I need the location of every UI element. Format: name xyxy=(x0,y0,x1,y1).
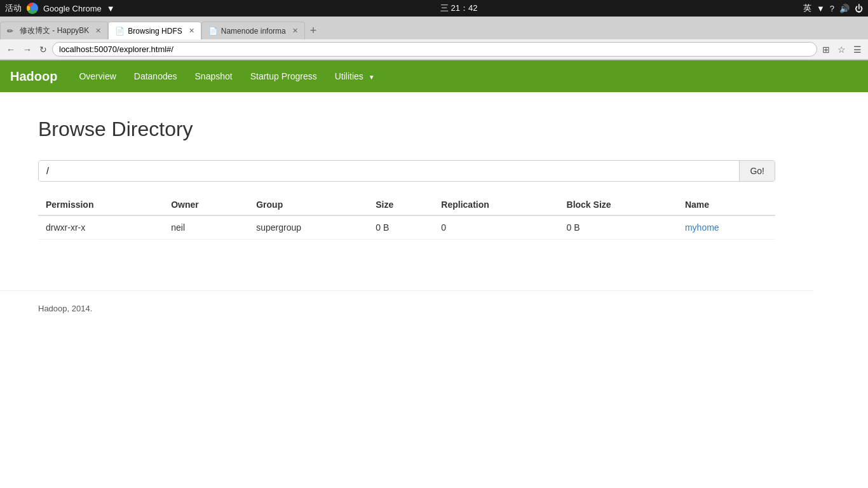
col-replication: Replication xyxy=(433,194,559,215)
cast-button[interactable]: ⊞ xyxy=(820,43,832,56)
directory-table: Permission Owner Group Size Replication … xyxy=(38,194,775,240)
nav-utilities[interactable]: Utilities ▼ xyxy=(326,62,384,91)
os-help-icon: ? xyxy=(830,4,834,13)
os-time: 三 21：42 xyxy=(440,3,478,14)
name-link-myhome[interactable]: myhome xyxy=(685,222,719,233)
tab-close-hdfs[interactable]: ✕ xyxy=(189,27,194,35)
nav-snapshot[interactable]: Snapshot xyxy=(186,62,241,91)
table-header: Permission Owner Group Size Replication … xyxy=(38,194,775,215)
tabs-bar: ✏ 修改博文 - HappyBK ✕ 📄 Browsing HDFS ✕ 📄 N… xyxy=(0,17,868,39)
cell-permission: drwxr-xr-x xyxy=(38,215,163,240)
tab-browsing-hdfs[interactable]: 📄 Browsing HDFS ✕ xyxy=(108,22,201,39)
table-body: drwxr-xr-x neil supergroup 0 B 0 0 B myh… xyxy=(38,215,775,240)
hadoop-brand[interactable]: Hadoop xyxy=(10,69,57,84)
os-volume-icon: 🔊 xyxy=(839,4,850,13)
col-block-size: Block Size xyxy=(559,194,677,215)
nav-utilities-link[interactable]: Utilities ▼ xyxy=(326,62,384,91)
tab-title-happybk: 修改博文 - HappyBK xyxy=(20,25,89,36)
reload-button[interactable]: ↻ xyxy=(37,43,50,56)
col-owner: Owner xyxy=(163,194,248,215)
os-lang: 英 xyxy=(803,3,811,14)
address-bar: ← → ↻ ⊞ ☆ ☰ xyxy=(0,39,868,60)
tab-close-namenode[interactable]: ✕ xyxy=(292,27,298,35)
address-bar-right: ⊞ ☆ ☰ xyxy=(820,43,864,56)
hadoop-nav-links: Overview Datanodes Snapshot Startup Prog… xyxy=(70,62,383,91)
col-name: Name xyxy=(677,194,775,215)
tab-namenode[interactable]: 📄 Namenode informa ✕ xyxy=(201,22,305,39)
tab-favicon-namenode: 📄 xyxy=(208,27,217,36)
utilities-dropdown-arrow: ▼ xyxy=(369,74,375,81)
os-clock: 三 21：42 xyxy=(440,3,478,14)
tab-favicon-hdfs: 📄 xyxy=(115,27,124,36)
cell-size: 0 B xyxy=(368,215,433,240)
menu-button[interactable]: ☰ xyxy=(851,43,864,56)
tab-close-happybk[interactable]: ✕ xyxy=(95,27,101,35)
nav-startup-progress[interactable]: Startup Progress xyxy=(241,62,326,91)
col-permission: Permission xyxy=(38,194,163,215)
tab-title-hdfs: Browsing HDFS xyxy=(128,27,182,36)
os-topbar: 活动 Google Chrome ▼ 三 21：42 英 ▼ ? 🔊 ⏻ xyxy=(0,0,868,17)
browser-chrome: ✏ 修改博文 - HappyBK ✕ 📄 Browsing HDFS ✕ 📄 N… xyxy=(0,17,868,60)
col-size: Size xyxy=(368,194,433,215)
nav-datanodes[interactable]: Datanodes xyxy=(125,62,186,91)
cell-owner: neil xyxy=(163,215,248,240)
bookmark-button[interactable]: ☆ xyxy=(835,43,848,56)
col-group: Group xyxy=(248,194,368,215)
footer: Hadoop, 2014. xyxy=(0,290,813,326)
tab-happybk[interactable]: ✏ 修改博文 - HappyBK ✕ xyxy=(0,22,108,39)
nav-startup-progress-link[interactable]: Startup Progress xyxy=(241,62,326,91)
url-input[interactable] xyxy=(52,42,817,57)
cell-block-size: 0 B xyxy=(559,215,677,240)
table-row: drwxr-xr-x neil supergroup 0 B 0 0 B myh… xyxy=(38,215,775,240)
chrome-logo-icon xyxy=(27,3,38,14)
nav-datanodes-link[interactable]: Datanodes xyxy=(125,62,186,91)
nav-snapshot-link[interactable]: Snapshot xyxy=(186,62,241,91)
hadoop-navbar: Hadoop Overview Datanodes Snapshot Start… xyxy=(0,60,868,92)
go-button[interactable]: Go! xyxy=(739,161,775,181)
tab-title-namenode: Namenode informa xyxy=(221,27,286,36)
footer-text: Hadoop, 2014. xyxy=(38,304,92,313)
chrome-label: Google Chrome xyxy=(43,4,102,13)
activity-label: 活动 xyxy=(5,3,22,14)
page-title: Browse Directory xyxy=(38,118,830,141)
os-power-icon: ⏻ xyxy=(855,4,863,13)
nav-overview[interactable]: Overview xyxy=(70,62,125,91)
os-topbar-right: 英 ▼ ? 🔊 ⏻ xyxy=(803,3,863,14)
os-lang-dropdown: ▼ xyxy=(817,4,825,13)
main-content: Browse Directory Go! Permission Owner Gr… xyxy=(0,92,868,265)
cell-group: supergroup xyxy=(248,215,368,240)
os-topbar-left: 活动 Google Chrome ▼ xyxy=(5,3,115,14)
new-tab-button[interactable]: + xyxy=(305,22,322,39)
table-header-row: Permission Owner Group Size Replication … xyxy=(38,194,775,215)
tab-favicon-happybk: ✏ xyxy=(7,27,16,36)
cell-name: myhome xyxy=(677,215,775,240)
chrome-dropdown-icon: ▼ xyxy=(107,4,115,13)
back-button[interactable]: ← xyxy=(4,43,18,56)
path-input[interactable] xyxy=(39,161,739,181)
forward-button[interactable]: → xyxy=(20,43,34,56)
path-bar: Go! xyxy=(38,160,775,182)
cell-replication: 0 xyxy=(433,215,559,240)
nav-overview-link[interactable]: Overview xyxy=(70,62,125,91)
